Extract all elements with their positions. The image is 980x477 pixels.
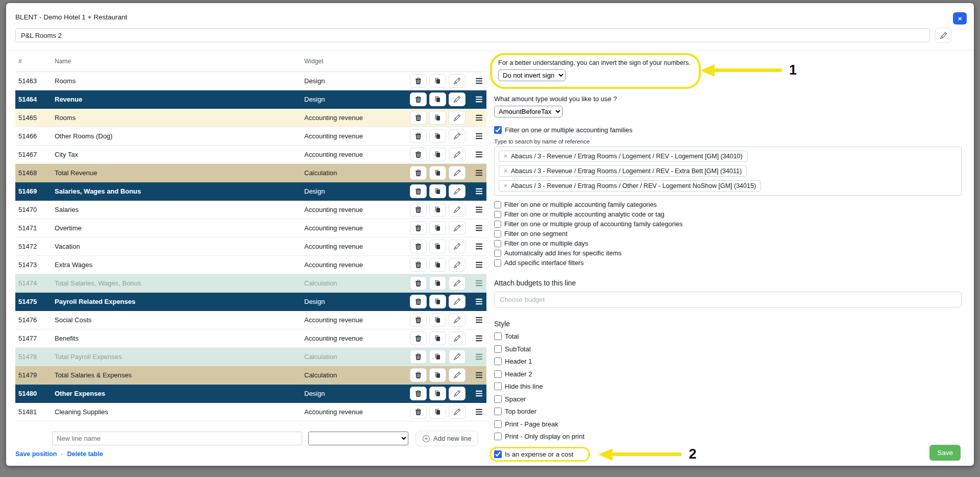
duplicate-row-button[interactable] [429, 129, 446, 143]
delete-row-button[interactable] [410, 111, 427, 125]
filter-option-checkbox[interactable] [494, 221, 501, 228]
remove-tag-icon[interactable]: × [504, 168, 507, 174]
invert-sign-select[interactable]: Do not invert sign [498, 69, 566, 81]
table-row[interactable]: 51468 Total Revenue Calculation [15, 164, 486, 182]
save-position-link[interactable]: Save position [15, 450, 57, 458]
duplicate-row-button[interactable] [429, 350, 446, 364]
table-row[interactable]: 51479 Total Salaries & Expenses Calculat… [15, 366, 486, 385]
filter-option-checkbox[interactable] [494, 259, 501, 267]
delete-row-button[interactable] [410, 166, 427, 180]
edit-row-button[interactable] [449, 331, 465, 345]
filter-option-checkbox[interactable] [494, 240, 501, 247]
edit-row-button[interactable] [449, 368, 465, 382]
delete-row-button[interactable] [410, 276, 427, 290]
table-row[interactable]: 51473 Extra Wages Accounting revenue [15, 256, 486, 274]
drag-handle[interactable] [471, 78, 486, 84]
edit-row-button[interactable] [449, 203, 465, 217]
edit-row-button[interactable] [449, 221, 465, 235]
table-row[interactable]: 51466 Other Rooms (Dog) Accounting reven… [15, 127, 486, 146]
edit-row-button[interactable] [449, 295, 465, 308]
style-option-checkbox[interactable] [494, 357, 502, 365]
filter-option-checkbox[interactable] [494, 211, 501, 218]
drag-handle[interactable] [471, 114, 486, 121]
delete-row-button[interactable] [410, 350, 427, 364]
drag-handle[interactable] [471, 96, 486, 103]
drag-handle[interactable] [471, 280, 486, 287]
duplicate-row-button[interactable] [429, 368, 446, 382]
duplicate-row-button[interactable] [429, 387, 446, 400]
duplicate-row-button[interactable] [429, 203, 446, 217]
drag-handle[interactable] [471, 225, 486, 231]
drag-handle[interactable] [471, 206, 486, 213]
table-row[interactable]: 51478 Total Payroll Expenses Calculation [15, 348, 486, 366]
add-new-line-button[interactable]: Add new line [415, 431, 478, 446]
duplicate-row-button[interactable] [429, 331, 446, 345]
drag-handle[interactable] [471, 335, 486, 342]
edit-row-button[interactable] [449, 148, 465, 161]
delete-row-button[interactable] [410, 331, 427, 345]
edit-row-button[interactable] [449, 313, 465, 327]
edit-row-button[interactable] [449, 405, 465, 419]
edit-row-button[interactable] [449, 129, 465, 143]
close-button[interactable]: × [953, 12, 967, 25]
edit-row-button[interactable] [449, 276, 465, 290]
style-option-checkbox[interactable] [494, 370, 502, 378]
table-row[interactable]: 51469 Salaries, Wages and Bonus Design [15, 182, 486, 201]
table-name-input[interactable] [15, 28, 930, 42]
edit-row-button[interactable] [449, 92, 465, 106]
edit-row-button[interactable] [449, 387, 465, 400]
style-option-checkbox[interactable] [494, 408, 502, 415]
delete-row-button[interactable] [410, 148, 427, 161]
duplicate-row-button[interactable] [429, 221, 446, 235]
drag-handle[interactable] [471, 133, 486, 139]
drag-handle[interactable] [471, 298, 486, 305]
table-row[interactable]: 51476 Social Costs Accounting revenue [15, 311, 486, 329]
table-row[interactable]: 51465 Rooms Accounting revenue [15, 109, 486, 127]
style-option-checkbox[interactable] [494, 433, 502, 440]
delete-row-button[interactable] [410, 258, 427, 272]
duplicate-row-button[interactable] [429, 295, 446, 308]
edit-row-button[interactable] [449, 184, 465, 198]
duplicate-row-button[interactable] [429, 74, 446, 88]
drag-handle[interactable] [471, 372, 486, 378]
style-option-checkbox[interactable] [494, 395, 502, 403]
delete-row-button[interactable] [410, 295, 427, 308]
delete-row-button[interactable] [410, 129, 427, 143]
save-button[interactable]: Save [929, 445, 961, 461]
delete-row-button[interactable] [410, 368, 427, 382]
table-row[interactable]: 51474 Total Salaries, Wages, Bonus Calcu… [15, 274, 486, 293]
duplicate-row-button[interactable] [429, 166, 446, 180]
table-row[interactable]: 51464 Revenue Design [15, 90, 486, 109]
drag-handle[interactable] [471, 390, 486, 397]
drag-handle[interactable] [471, 409, 486, 415]
filter-option-checkbox[interactable] [494, 230, 501, 237]
drag-handle[interactable] [471, 243, 486, 250]
families-checkbox[interactable] [494, 126, 502, 134]
delete-row-button[interactable] [410, 240, 427, 253]
duplicate-row-button[interactable] [429, 276, 446, 290]
drag-handle[interactable] [471, 353, 486, 360]
edit-row-button[interactable] [449, 74, 465, 88]
amount-type-select[interactable]: AmountBeforeTax [494, 106, 562, 117]
table-row[interactable]: 51471 Overtime Accounting revenue [15, 219, 486, 237]
duplicate-row-button[interactable] [429, 111, 446, 125]
table-row[interactable]: 51481 Cleaning Supplies Accounting reven… [15, 403, 486, 421]
edit-row-button[interactable] [449, 166, 465, 180]
duplicate-row-button[interactable] [429, 148, 446, 161]
new-line-widget-select[interactable] [308, 432, 408, 445]
edit-row-button[interactable] [449, 258, 465, 272]
delete-row-button[interactable] [410, 405, 427, 419]
remove-tag-icon[interactable]: × [504, 153, 507, 159]
drag-handle[interactable] [471, 170, 486, 176]
style-option-checkbox[interactable] [494, 332, 502, 340]
delete-row-button[interactable] [410, 313, 427, 327]
duplicate-row-button[interactable] [429, 92, 446, 106]
duplicate-row-button[interactable] [429, 240, 446, 253]
edit-name-button[interactable] [935, 28, 951, 43]
style-option-checkbox[interactable] [494, 383, 502, 390]
drag-handle[interactable] [471, 261, 486, 268]
drag-handle[interactable] [471, 151, 486, 158]
edit-row-button[interactable] [449, 350, 465, 364]
table-row[interactable]: 51467 City Tax Accounting revenue [15, 146, 486, 164]
edit-row-button[interactable] [449, 240, 465, 253]
